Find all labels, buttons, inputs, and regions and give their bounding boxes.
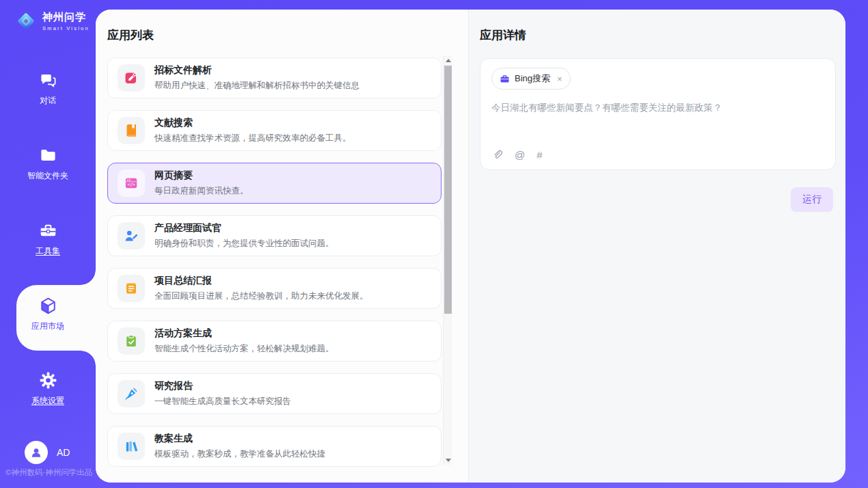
tool-chip[interactable]: Bing搜索 × [491, 68, 571, 90]
list-item[interactable]: 研究报告一键智能生成高质量长文本研究报告 [107, 373, 442, 414]
app-description: 每日政府新闻资讯快查。 [154, 185, 249, 197]
app-name: 文献搜索 [154, 117, 351, 129]
list-item[interactable]: 项目总结汇报全面回顾项目进展，总结经验教训，助力未来优化发展。 [107, 268, 442, 309]
sidebar-item-4[interactable]: 应用市场 [0, 297, 96, 332]
app-name: 教案生成 [154, 433, 325, 445]
gear-icon [39, 371, 57, 390]
app-name: 网页摘要 [154, 170, 249, 182]
copyright-footer: ©神州数码·神州问学出品 [0, 467, 103, 478]
interviewer-icon [118, 222, 145, 249]
sidebar-nav: 对话智能文件夹工具集应用市场系统设置 [0, 0, 96, 488]
sidebar-item-label: 工具集 [36, 245, 60, 257]
list-item[interactable]: </>网页摘要每日政府新闻资讯快查。 [107, 163, 442, 204]
briefcase-icon [500, 74, 510, 84]
list-item[interactable]: 产品经理面试官明确身份和职责，为您提供专业性的面试问题。 [107, 215, 442, 256]
scrollbar[interactable] [443, 56, 452, 465]
books-icon [118, 433, 145, 460]
clipboard-check-icon [118, 327, 145, 355]
app-name: 项目总结汇报 [154, 275, 368, 287]
app-description: 模板驱动，教案秒成，教学准备从此轻松快捷 [154, 448, 325, 460]
toolbox-icon [39, 221, 57, 240]
app-list: 招标文件解析帮助用户快速、准确地理解和解析招标书中的关键信息文献搜索快速精准查找… [107, 57, 442, 478]
list-item[interactable]: 活动方案生成智能生成个性化活动方案，轻松解决规划难题。 [107, 321, 442, 362]
user-name: AD [57, 447, 70, 458]
sidebar-item-2[interactable]: 智能文件夹 [0, 146, 96, 182]
app-name: 产品经理面试官 [154, 222, 334, 234]
sidebar-item-label: 对话 [40, 95, 56, 107]
app-window: 神州问学 Smart Vision 对话智能文件夹工具集应用市场系统设置 AD … [0, 0, 868, 488]
app-list-title: 应用列表 [107, 27, 468, 43]
sidebar-item-3[interactable]: 工具集 [0, 221, 96, 257]
user-account[interactable]: AD [25, 441, 70, 464]
app-description: 帮助用户快速、准确地理解和解析招标书中的关键信息 [154, 80, 360, 92]
app-description: 明确身份和职责，为您提供专业性的面试问题。 [154, 238, 334, 249]
hash-icon[interactable]: # [537, 149, 542, 161]
main-content: 应用列表 招标文件解析帮助用户快速、准确地理解和解析招标书中的关键信息文献搜索快… [96, 10, 845, 483]
sidebar-item-label: 智能文件夹 [27, 170, 68, 182]
chat-icon [39, 71, 57, 90]
app-description: 全面回顾项目进展，总结经验教训，助力未来优化发展。 [154, 290, 368, 302]
sidebar-item-label: 应用市场 [31, 321, 64, 332]
app-detail-title: 应用详情 [480, 27, 845, 43]
run-row: 运行 [469, 187, 833, 212]
book-icon [118, 117, 145, 144]
list-item[interactable]: 文献搜索快速精准查找学术资源，提高研究效率的必备工具。 [107, 110, 442, 151]
app-name: 招标文件解析 [154, 64, 360, 77]
app-detail-panel: 应用详情 Bing搜索 × 今日湖北有哪些新闻要点？有哪些需要关注的最新政策？ [468, 10, 845, 483]
folder-icon [39, 146, 57, 165]
app-name: 研究报告 [154, 380, 291, 392]
sidebar: 神州问学 Smart Vision 对话智能文件夹工具集应用市场系统设置 AD … [0, 0, 96, 488]
app-description: 一键智能生成高质量长文本研究报告 [154, 396, 291, 407]
edit-square-icon [118, 64, 145, 92]
app-description: 快速精准查找学术资源，提高研究效率的必备工具。 [154, 133, 351, 144]
run-button[interactable]: 运行 [791, 187, 833, 212]
prompt-card: Bing搜索 × 今日湖北有哪些新闻要点？有哪些需要关注的最新政策？ @ # [480, 58, 836, 170]
browser-code-icon: </> [118, 170, 145, 197]
list-item[interactable]: 招标文件解析帮助用户快速、准确地理解和解析招标书中的关键信息 [107, 57, 442, 98]
research-pen-icon [118, 380, 145, 407]
report-icon [118, 275, 145, 302]
cube-icon [39, 297, 57, 315]
close-icon[interactable]: × [557, 74, 562, 84]
sidebar-item-5[interactable]: 系统设置 [0, 371, 96, 407]
svg-text:</>: </> [127, 182, 135, 187]
user-avatar-icon [25, 441, 48, 464]
scroll-down-icon[interactable] [444, 456, 452, 465]
scroll-up-icon[interactable] [444, 56, 452, 65]
list-item[interactable]: 教案生成模板驱动，教案秒成，教学准备从此轻松快捷 [107, 426, 442, 467]
at-icon[interactable]: @ [515, 149, 525, 161]
sidebar-item-label: 系统设置 [31, 395, 64, 407]
app-name: 活动方案生成 [154, 327, 334, 340]
prompt-toolbar: @ # [492, 149, 543, 161]
prompt-input[interactable]: 今日湖北有哪些新闻要点？有哪些需要关注的最新政策？ [491, 101, 824, 115]
tool-chip-label: Bing搜索 [515, 72, 550, 85]
app-description: 智能生成个性化活动方案，轻松解决规划难题。 [154, 343, 334, 355]
paperclip-icon[interactable] [492, 150, 503, 161]
sidebar-item-1[interactable]: 对话 [0, 71, 96, 107]
scrollbar-thumb[interactable] [444, 66, 452, 314]
app-list-panel: 应用列表 招标文件解析帮助用户快速、准确地理解和解析招标书中的关键信息文献搜索快… [96, 10, 468, 483]
